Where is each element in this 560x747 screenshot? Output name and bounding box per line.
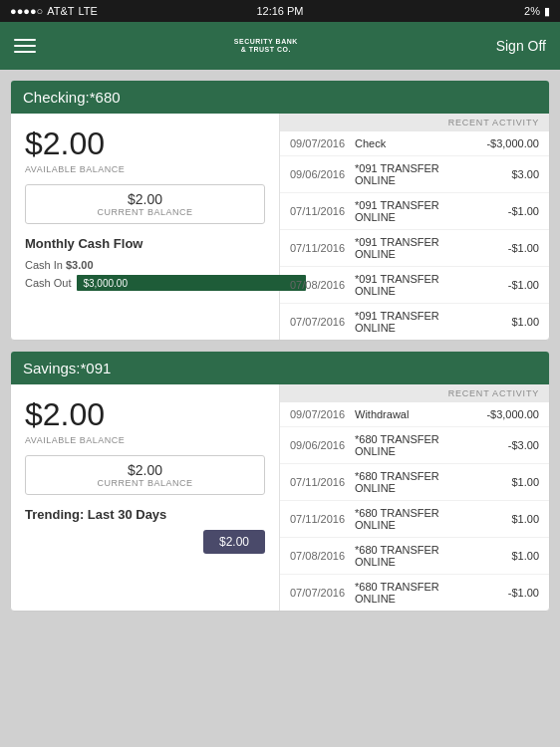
table-row: 07/07/2016 *680 TRANSFER ONLINE -$1.00: [280, 575, 549, 611]
table-row: 09/06/2016 *091 TRANSFER ONLINE $3.00: [280, 156, 549, 193]
checking-card-header: Checking:*680: [11, 81, 549, 114]
table-row: 07/11/2016 *680 TRANSFER ONLINE $1.00: [280, 501, 549, 538]
trending-bar-button[interactable]: $2.00: [203, 530, 265, 554]
checking-title: Checking:*680: [23, 89, 121, 106]
table-row: 07/08/2016 *680 TRANSFER ONLINE $1.00: [280, 538, 549, 575]
main-content: Checking:*680 $2.00 AVAILABLE BALANCE $2…: [0, 70, 560, 747]
activity-description: *091 TRANSFER ONLINE: [355, 162, 469, 186]
hamburger-line3: [14, 51, 36, 53]
trending-chart-area: $2.00: [25, 530, 265, 554]
checking-current-balance-box: $2.00 CURRENT BALANCE: [25, 184, 265, 224]
activity-date: 09/07/2016: [290, 408, 355, 420]
activity-date: 07/08/2016: [290, 550, 355, 562]
app-logo: SECURITY BANK & TRUST CO.: [234, 38, 298, 55]
hamburger-line2: [14, 45, 36, 47]
cash-flow-title: Monthly Cash Flow: [25, 236, 265, 251]
status-left: ●●●●○ AT&T LTE: [10, 5, 98, 17]
logo-line2: & TRUST CO.: [241, 46, 291, 54]
checking-current-label: CURRENT BALANCE: [36, 207, 254, 217]
status-time: 12:16 PM: [256, 5, 303, 17]
savings-card-body: $2.00 AVAILABLE BALANCE $2.00 CURRENT BA…: [11, 384, 549, 611]
activity-date: 09/07/2016: [290, 137, 355, 149]
hamburger-line1: [14, 39, 36, 41]
savings-current-amount: $2.00: [36, 462, 254, 478]
savings-account-card: Savings:*091 $2.00 AVAILABLE BALANCE $2.…: [10, 351, 550, 612]
cash-out-bar-wrap: $3,000.00: [77, 275, 306, 291]
activity-description: *680 TRANSFER ONLINE: [355, 544, 469, 568]
checking-available-amount: $2.00: [25, 125, 265, 162]
activity-amount: -$3,000.00: [469, 408, 539, 420]
activity-amount: -$1.00: [469, 587, 539, 599]
savings-recent-activity-header: RECENT ACTIVITY: [280, 384, 549, 402]
activity-description: *680 TRANSFER ONLINE: [355, 470, 469, 494]
activity-description: *680 TRANSFER ONLINE: [355, 581, 469, 605]
savings-right-panel: RECENT ACTIVITY 09/07/2016 Withdrawal -$…: [280, 384, 549, 611]
activity-amount: $1.00: [469, 476, 539, 488]
checking-current-amount: $2.00: [36, 191, 254, 207]
activity-date: 07/11/2016: [290, 242, 355, 254]
checking-account-card: Checking:*680 $2.00 AVAILABLE BALANCE $2…: [10, 80, 550, 341]
menu-button[interactable]: [14, 39, 36, 53]
trending-title: Trending: Last 30 Days: [25, 507, 265, 522]
savings-card-header: Savings:*091: [11, 352, 549, 384]
activity-amount: $1.00: [469, 550, 539, 562]
logo-line1: SECURITY BANK: [234, 38, 298, 46]
table-row: 07/11/2016 *091 TRANSFER ONLINE -$1.00: [280, 193, 549, 230]
activity-date: 07/11/2016: [290, 476, 355, 488]
activity-date: 07/11/2016: [290, 513, 355, 525]
activity-amount: $3.00: [469, 168, 539, 180]
activity-amount: $1.00: [469, 316, 539, 328]
cash-out-label: Cash Out: [25, 277, 71, 289]
savings-available-label: AVAILABLE BALANCE: [25, 435, 265, 445]
activity-amount: -$1.00: [469, 242, 539, 254]
savings-current-balance-box: $2.00 CURRENT BALANCE: [25, 455, 265, 495]
table-row: 07/08/2016 *091 TRANSFER ONLINE -$1.00: [280, 267, 549, 304]
sign-off-button[interactable]: Sign Off: [496, 38, 546, 54]
battery-percent: 2%: [524, 5, 540, 17]
activity-amount: -$3.00: [469, 439, 539, 451]
checking-right-panel: RECENT ACTIVITY 09/07/2016 Check -$3,000…: [280, 114, 549, 340]
activity-amount: -$1.00: [469, 279, 539, 291]
table-row: 07/11/2016 *680 TRANSFER ONLINE $1.00: [280, 464, 549, 501]
activity-date: 07/11/2016: [290, 205, 355, 217]
activity-date: 07/07/2016: [290, 587, 355, 599]
battery-icon: ▮: [544, 5, 550, 18]
activity-description: *091 TRANSFER ONLINE: [355, 199, 469, 223]
activity-description: *091 TRANSFER ONLINE: [355, 273, 469, 297]
checking-transactions-list: 09/07/2016 Check -$3,000.00 09/06/2016 *…: [280, 131, 549, 340]
activity-date: 09/06/2016: [290, 439, 355, 451]
table-row: 09/07/2016 Check -$3,000.00: [280, 131, 549, 156]
carrier-label: AT&T: [47, 5, 74, 17]
signal-dots: ●●●●○: [10, 5, 43, 17]
table-row: 09/07/2016 Withdrawal -$3,000.00: [280, 402, 549, 427]
checking-available-label: AVAILABLE BALANCE: [25, 164, 265, 174]
savings-available-amount: $2.00: [25, 396, 265, 433]
activity-description: Withdrawal: [355, 408, 469, 420]
cash-out-row: Cash Out $3,000.00: [25, 275, 265, 291]
activity-amount: -$3,000.00: [469, 137, 539, 149]
cash-in-label: Cash In $3.00: [25, 259, 94, 271]
checking-card-body: $2.00 AVAILABLE BALANCE $2.00 CURRENT BA…: [11, 114, 549, 340]
status-right: 2% ▮: [524, 5, 550, 18]
activity-date: 07/08/2016: [290, 279, 355, 291]
savings-left-panel: $2.00 AVAILABLE BALANCE $2.00 CURRENT BA…: [11, 384, 280, 611]
savings-current-label: CURRENT BALANCE: [36, 478, 254, 488]
activity-amount: -$1.00: [469, 205, 539, 217]
table-row: 07/07/2016 *091 TRANSFER ONLINE $1.00: [280, 304, 549, 340]
checking-left-panel: $2.00 AVAILABLE BALANCE $2.00 CURRENT BA…: [11, 114, 280, 340]
activity-date: 09/06/2016: [290, 168, 355, 180]
status-bar: ●●●●○ AT&T LTE 12:16 PM 2% ▮: [0, 0, 560, 22]
activity-amount: $1.00: [469, 513, 539, 525]
activity-description: *680 TRANSFER ONLINE: [355, 507, 469, 531]
network-type: LTE: [79, 5, 98, 17]
cash-in-row: Cash In $3.00: [25, 259, 265, 271]
cash-out-bar: $3,000.00: [77, 275, 306, 291]
checking-recent-activity-header: RECENT ACTIVITY: [280, 114, 549, 131]
activity-description: *091 TRANSFER ONLINE: [355, 236, 469, 260]
activity-date: 07/07/2016: [290, 316, 355, 328]
header: SECURITY BANK & TRUST CO. Sign Off: [0, 22, 560, 70]
activity-description: *091 TRANSFER ONLINE: [355, 310, 469, 334]
activity-description: *680 TRANSFER ONLINE: [355, 433, 469, 457]
savings-transactions-list: 09/07/2016 Withdrawal -$3,000.00 09/06/2…: [280, 402, 549, 611]
activity-description: Check: [355, 137, 469, 149]
